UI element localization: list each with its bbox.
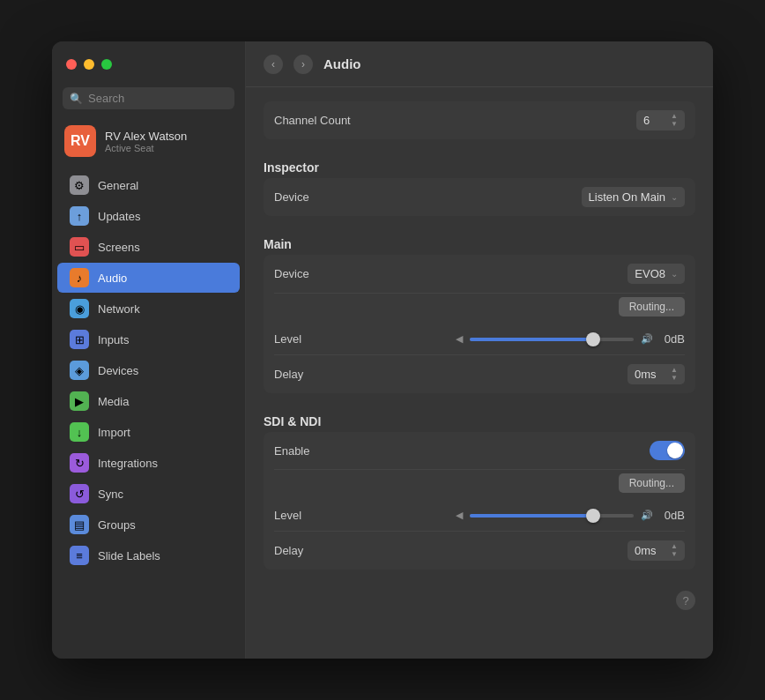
delay-stepper-down[interactable]: ▼ [671,375,678,382]
inspector-device-label: Device [274,190,309,204]
sidebar-item-updates[interactable]: ↑ Updates [57,201,240,231]
toggle-knob [667,443,683,458]
sdi-enable-toggle[interactable] [650,441,685,460]
sdi-level-label: Level [274,509,301,522]
app-window: 🔍 RV RV Alex Watson Active Seat ⚙ Genera… [52,41,713,659]
sdi-delay-stepper[interactable]: 0ms ▲ ▼ [628,540,685,561]
slide-labels-icon: ≡ [70,546,89,565]
sdi-ndi-section-title: SDI & NDI [264,404,695,432]
channel-count-value: 6 [643,114,650,127]
help-button[interactable]: ? [676,591,695,610]
sdi-delay-down[interactable]: ▼ [671,551,678,558]
channel-count-stepper[interactable]: 6 ▲ ▼ [636,110,685,130]
sidebar-label-general: General [98,179,138,192]
back-button[interactable]: ‹ [264,55,283,74]
updates-icon: ↑ [70,206,89,226]
main-level-slider[interactable] [470,338,634,341]
minimize-dot[interactable] [84,59,94,70]
sdi-level-slider-row: ◀ 🔊 0dB [456,509,685,522]
main-level-thumb[interactable] [586,332,600,346]
avatar: RV [64,125,96,157]
main-delay-row: Delay 0ms ▲ ▼ [274,355,685,393]
sidebar-label-updates: Updates [98,210,140,223]
sdi-delay-up[interactable]: ▲ [671,543,678,550]
sidebar-item-inputs[interactable]: ⊞ Inputs [57,324,240,354]
delay-stepper-up[interactable]: ▲ [671,367,678,374]
main-level-label: Level [274,332,301,346]
inspector-device-value: Listen On Main [589,190,665,204]
main-device-row: Device EVO8 ⌄ [274,255,685,294]
main-level-slider-row: ◀ 🔊 0dB [456,332,685,346]
sidebar-item-devices[interactable]: ◈ Devices [57,355,240,385]
main-device-dropdown[interactable]: EVO8 ⌄ [628,264,685,284]
main-level-row: Level ◀ 🔊 0dB [274,324,685,355]
search-input[interactable] [88,92,227,105]
sidebar-item-general[interactable]: ⚙ General [57,170,240,200]
forward-button[interactable]: › [293,55,313,74]
zoom-dot[interactable] [101,59,112,70]
sdi-volume-low-icon: ◀ [456,510,463,521]
sidebar-label-import: Import [98,426,130,439]
sidebar-item-audio[interactable]: ♪ Audio [57,263,240,293]
search-icon: 🔍 [70,93,83,105]
main-section: Device EVO8 ⌄ Routing... Level ◀ [264,255,695,393]
sdi-routing-button[interactable]: Routing... [619,473,685,493]
sidebar-item-network[interactable]: ◉ Network [57,294,240,324]
sidebar-label-groups: Groups [98,518,136,532]
user-status: Active Seat [105,143,187,153]
main-level-value: 0dB [660,332,685,346]
channel-count-row: Channel Count 6 ▲ ▼ [274,101,685,139]
stepper-down[interactable]: ▼ [671,121,678,128]
sdi-level-slider[interactable] [470,514,634,518]
main-routing-button[interactable]: Routing... [619,297,685,316]
user-name: RV Alex Watson [105,130,187,143]
inspector-section: Device Listen On Main ⌄ [264,178,695,216]
user-info: RV Alex Watson Active Seat [105,130,187,153]
help-row: ? [264,580,695,610]
sidebar-label-devices: Devices [98,364,138,377]
main-delay-stepper[interactable]: 0ms ▲ ▼ [628,364,685,384]
volume-low-icon: ◀ [456,333,463,345]
sdi-routing-row: Routing... [274,470,685,500]
sdi-level-value: 0dB [660,509,685,522]
main-device-value: EVO8 [635,267,665,280]
inputs-icon: ⊞ [70,330,89,349]
sdi-delay-value: 0ms [635,544,657,557]
sdi-level-fill [470,514,593,518]
sidebar-label-media: Media [98,395,129,408]
screens-icon: ▭ [70,237,89,257]
sidebar-nav: ⚙ General ↑ Updates ▭ Screens ♪ Audio ◉ … [52,169,245,571]
sdi-delay-row: Delay 0ms ▲ ▼ [274,532,685,570]
sidebar-label-integrations: Integrations [98,457,158,470]
sidebar-label-audio: Audio [98,272,127,285]
stepper-up[interactable]: ▲ [671,113,678,120]
sdi-ndi-section: Enable Routing... Level ◀ [264,432,695,570]
inspector-device-dropdown[interactable]: Listen On Main ⌄ [582,187,685,207]
inspector-device-row: Device Listen On Main ⌄ [274,178,685,216]
sidebar-item-sync[interactable]: ↺ Sync [57,479,240,509]
sidebar-item-media[interactable]: ▶ Media [57,386,240,416]
main-content: ‹ › Audio Channel Count 6 ▲ ▼ [246,41,713,659]
stepper-arrows: ▲ ▼ [671,113,678,128]
sdi-delay-label: Delay [274,544,303,557]
sdi-enable-row: Enable [274,432,685,470]
sidebar-item-groups[interactable]: ▤ Groups [57,510,240,540]
sdi-level-thumb[interactable] [586,509,600,523]
page-title: Audio [323,56,361,71]
channel-count-label: Channel Count [274,114,351,127]
sidebar-item-integrations[interactable]: ↻ Integrations [57,448,240,478]
sidebar-item-import[interactable]: ↓ Import [57,417,240,447]
main-routing-row: Routing... [274,294,685,324]
import-icon: ↓ [70,422,89,442]
sidebar-item-screens[interactable]: ▭ Screens [57,232,240,262]
sidebar-item-slide-labels[interactable]: ≡ Slide Labels [57,540,240,570]
network-icon: ◉ [70,299,89,318]
avatar-initials: RV [71,133,90,149]
sidebar-label-sync: Sync [98,488,123,501]
user-row: RV RV Alex Watson Active Seat [52,118,245,164]
channel-count-section: Channel Count 6 ▲ ▼ [264,101,695,139]
sdi-enable-label: Enable [274,444,309,458]
sidebar-label-network: Network [98,302,140,316]
main-level-fill [470,338,593,341]
close-dot[interactable] [66,59,77,70]
